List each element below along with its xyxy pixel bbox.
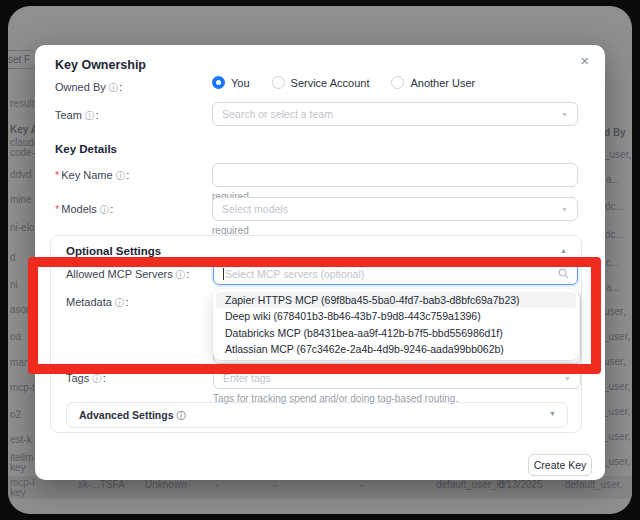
modal-title: Key Ownership (55, 58, 146, 72)
bg-text-fragment: a... (606, 174, 620, 185)
bg-created-by-header-fragment: d By (604, 127, 626, 138)
colon: : (103, 372, 106, 384)
info-icon: ⓘ (116, 170, 126, 181)
bg-text-fragment: manu (10, 357, 35, 368)
chevron-down-icon: ▼ (564, 375, 571, 382)
bg-text-fragment: mcp-t (10, 382, 35, 393)
dropdown-option-atlassian[interactable]: Atlassian MCP (67c3462e-2a4b-4d9b-9246-a… (216, 341, 576, 357)
bg-cell-fragment: default_user, (565, 479, 622, 490)
info-icon: ⓘ (115, 297, 125, 308)
optional-settings-heading[interactable]: Optional Settings (66, 245, 161, 257)
models-select-placeholder: Select models (222, 203, 288, 215)
advanced-settings-panel[interactable]: Advanced Settingsⓘ ▼ (66, 402, 568, 428)
dropdown-option-zapier[interactable]: Zapier HTTPS MCP (69f8ba45-5ba0-4fd7-bab… (216, 292, 576, 308)
text-cursor (223, 268, 224, 280)
bg-text-fragment: _user, (603, 406, 630, 417)
tags-label: Tagsⓘ: (66, 372, 106, 386)
radio-you-label[interactable]: You (231, 77, 250, 89)
dropdown-option-databricks[interactable]: Databricks MCP (b8431bea-aa9f-412b-b7f5-… (216, 325, 576, 341)
dropdown-option-deep-wiki[interactable]: Deep wiki (678401b3-8b46-43b7-b9d8-443c7… (216, 308, 576, 324)
models-label: *Modelsⓘ: (55, 203, 113, 217)
bg-text-fragment: ddvd (10, 169, 32, 180)
bg-text-fragment: ason2 (10, 304, 37, 315)
bg-text-fragment: key (10, 462, 26, 473)
team-select-placeholder: Search or select a team (222, 108, 333, 120)
bg-text-fragment: _user, (603, 431, 630, 442)
key-name-label: *Key Nameⓘ: (55, 169, 129, 183)
bg-cell-fragment: default_user_id (436, 479, 504, 490)
team-label: Teamⓘ: (55, 109, 98, 123)
colon: : (95, 109, 98, 121)
bg-cell-fragment: - (215, 479, 218, 490)
chevron-down-icon: ▼ (549, 410, 556, 417)
info-icon: ⓘ (176, 269, 186, 280)
models-select[interactable]: Select models ▼ (212, 197, 578, 221)
bg-text-fragment: d (10, 252, 16, 263)
close-icon[interactable]: × (580, 53, 589, 69)
bg-cell-fragment: 6/13/2025 (498, 479, 543, 490)
bg-text-fragment: _user, (603, 456, 630, 467)
bg-cell-fragment: Unknown (145, 479, 187, 490)
bg-text-fragment: result (10, 98, 34, 109)
radio-another-user-label[interactable]: Another User (410, 77, 475, 89)
info-icon: ⓘ (92, 373, 102, 384)
colon: : (119, 81, 122, 93)
owned-by-radio-group: You Service Account Another User (212, 76, 475, 89)
bg-text-fragment: dc... (605, 229, 624, 240)
info-icon: ⓘ (109, 82, 119, 93)
metadata-label: Metadataⓘ: (66, 296, 128, 310)
create-key-button[interactable]: Create Key (528, 454, 592, 476)
key-ownership-modal: Key Ownership × Owned Byⓘ: You Service A… (35, 45, 605, 480)
bg-text-fragment: user, (604, 306, 626, 317)
key-details-heading: Key Details (55, 143, 117, 155)
bg-text-fragment: mine (10, 194, 32, 205)
radio-you[interactable] (212, 76, 225, 89)
chevron-up-icon[interactable]: ▲ (560, 247, 567, 254)
colon: : (186, 268, 189, 280)
bg-text-fragment: c... (606, 257, 619, 268)
metadata-label-text: Metadata (66, 296, 112, 308)
radio-service-account[interactable] (272, 76, 285, 89)
bg-text-fragment: _user, (603, 331, 630, 342)
required-asterisk: * (55, 203, 59, 215)
bg-cell-fragment: - (360, 479, 363, 490)
info-icon: ⓘ (85, 110, 95, 121)
mcp-servers-select[interactable]: Select MCP servers (optional) (213, 262, 578, 285)
radio-service-account-label[interactable]: Service Account (291, 77, 370, 89)
bg-text-fragment: ni (10, 279, 18, 290)
team-label-text: Team (55, 109, 82, 121)
bg-text-fragment: key (10, 487, 26, 498)
owned-by-label: Owned Byⓘ: (55, 81, 122, 95)
bg-reset-filters-button-fragment: set F (8, 50, 36, 69)
bg-text-fragment: dc... (605, 201, 624, 212)
key-name-input[interactable] (212, 163, 578, 187)
team-select[interactable]: Search or select a team ▼ (212, 102, 578, 126)
mcp-servers-dropdown: Zapier HTTPS MCP (69f8ba45-5ba0-4fd7-bab… (213, 289, 579, 360)
bg-table-header-fragment: Key A (10, 124, 38, 135)
bg-text-fragment: est-k (10, 434, 32, 445)
allowed-mcp-servers-label-text: Allowed MCP Servers (66, 268, 173, 280)
mcp-select-placeholder: Select MCP servers (optional) (225, 268, 364, 280)
colon: : (125, 296, 128, 308)
chevron-down-icon: ▼ (561, 111, 568, 118)
colon: : (110, 203, 113, 215)
radio-another-user[interactable] (391, 76, 404, 89)
tags-label-text: Tags (66, 372, 89, 384)
bg-text-fragment: _user, (603, 381, 630, 392)
tags-select-placeholder: Enter tags (223, 372, 271, 384)
tags-select[interactable]: Enter tags ▼ (213, 367, 581, 389)
bg-text-fragment: a... (606, 282, 620, 293)
screenshot-root: set F result Key A claude code- ddvd min… (0, 0, 640, 520)
advanced-settings-label-text: Advanced Settings (79, 409, 174, 421)
chevron-down-icon: ▼ (561, 206, 568, 213)
info-icon: ⓘ (100, 204, 110, 215)
colon: : (126, 169, 129, 181)
bg-text-fragment: ni-elo (10, 222, 34, 233)
owned-by-label-text: Owned By (55, 81, 106, 93)
bg-text-fragment: user, (604, 356, 626, 367)
required-asterisk: * (55, 169, 59, 181)
dimmed-page-backdrop: set F result Key A claude code- ddvd min… (8, 6, 632, 514)
info-icon: ⓘ (177, 410, 187, 421)
bg-text-fragment: o2 (10, 409, 21, 420)
bg-key-hash-fragment: sk-...TSFA (78, 479, 125, 490)
